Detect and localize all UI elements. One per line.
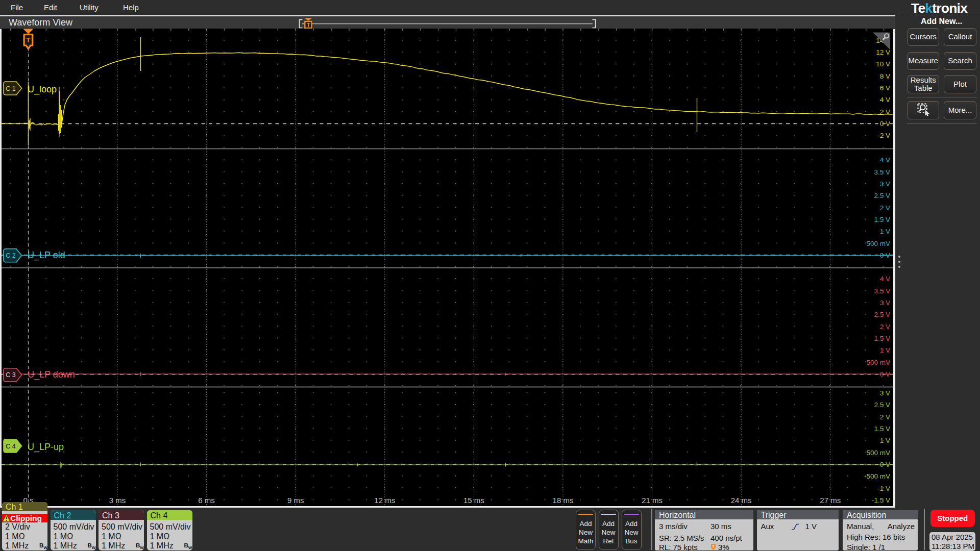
svg-text:4 V: 4 V xyxy=(880,156,890,164)
svg-text:1 V: 1 V xyxy=(880,346,890,354)
svg-text:1.5 V: 1.5 V xyxy=(874,216,890,223)
svg-text:21 ms: 21 ms xyxy=(642,496,663,505)
svg-text:-500 mV: -500 mV xyxy=(864,472,890,480)
svg-text:1 V: 1 V xyxy=(880,437,890,444)
svg-text:24 ms: 24 ms xyxy=(731,496,752,505)
svg-text:C 3: C 3 xyxy=(6,371,16,379)
svg-text:6 ms: 6 ms xyxy=(198,496,215,505)
svg-text:4 V: 4 V xyxy=(880,96,890,104)
svg-text:2.5 V: 2.5 V xyxy=(874,192,890,199)
svg-text:C 1: C 1 xyxy=(6,85,16,92)
svg-text:4 V: 4 V xyxy=(880,275,890,283)
svg-text:3 V: 3 V xyxy=(880,180,890,188)
svg-text:12 V: 12 V xyxy=(876,48,890,56)
svg-text:0 V: 0 V xyxy=(880,461,890,468)
svg-text:500 mV: 500 mV xyxy=(866,449,890,457)
svg-text:0 V: 0 V xyxy=(880,120,890,128)
svg-text:0 V: 0 V xyxy=(880,370,890,378)
svg-text:2.5 V: 2.5 V xyxy=(874,401,890,409)
svg-text:12 ms: 12 ms xyxy=(374,496,395,505)
svg-text:C 2: C 2 xyxy=(6,252,16,259)
svg-text:27 ms: 27 ms xyxy=(820,496,841,505)
svg-text:T: T xyxy=(26,36,31,44)
svg-text:-1 V: -1 V xyxy=(877,485,890,492)
svg-text:2 V: 2 V xyxy=(880,108,890,116)
svg-text:T: T xyxy=(712,544,715,549)
svg-text:3.5 V: 3.5 V xyxy=(874,287,890,295)
svg-text:9 ms: 9 ms xyxy=(287,496,304,505)
svg-text:500 mV: 500 mV xyxy=(866,359,890,366)
svg-text:2 V: 2 V xyxy=(880,413,890,421)
svg-text:18 ms: 18 ms xyxy=(553,496,574,505)
svg-text:0 V: 0 V xyxy=(880,252,890,259)
svg-text:U_LP-up: U_LP-up xyxy=(28,442,64,453)
svg-text:3 ms: 3 ms xyxy=(109,496,126,505)
svg-text:-2 V: -2 V xyxy=(877,132,890,139)
svg-text:1.5 V: 1.5 V xyxy=(874,425,890,433)
svg-text:15 ms: 15 ms xyxy=(463,496,484,505)
svg-text:10 V: 10 V xyxy=(876,60,890,68)
svg-text:2.5 V: 2.5 V xyxy=(874,311,890,318)
svg-text:500 mV: 500 mV xyxy=(866,240,890,247)
svg-text:-1.5 V: -1.5 V xyxy=(872,496,890,504)
svg-text:2 V: 2 V xyxy=(880,323,890,331)
svg-text:8 V: 8 V xyxy=(880,72,890,80)
svg-text:U_loop: U_loop xyxy=(28,84,57,95)
svg-text:6 V: 6 V xyxy=(880,84,890,92)
svg-text:3 V: 3 V xyxy=(880,299,890,307)
svg-text:1 V: 1 V xyxy=(880,228,890,235)
svg-text:2 V: 2 V xyxy=(880,204,890,212)
svg-text:3 V: 3 V xyxy=(880,389,890,397)
svg-text:3.5 V: 3.5 V xyxy=(874,168,890,176)
svg-text:T: T xyxy=(307,21,310,28)
svg-text:1.5 V: 1.5 V xyxy=(874,335,890,342)
svg-text:C 4: C 4 xyxy=(6,443,16,450)
